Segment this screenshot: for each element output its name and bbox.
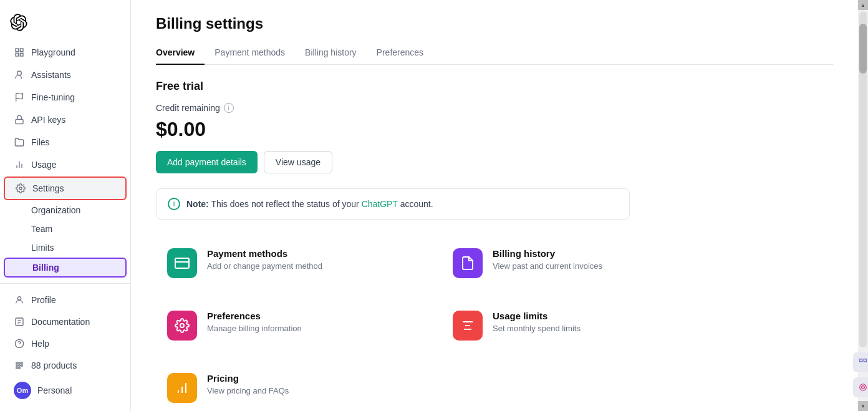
- tab-overview[interactable]: Overview: [156, 42, 205, 65]
- card-pricing-title: Pricing: [207, 373, 289, 384]
- usage-icon: [14, 159, 25, 170]
- card-payment-content: Payment methods Add or change payment me…: [207, 248, 322, 271]
- card-usage-limits[interactable]: Usage limits Set monthly spend limits: [441, 299, 717, 352]
- card-pricing-content: Pricing View pricing and FAQs: [207, 373, 289, 395]
- note-box: i Note: This does not reflect the status…: [156, 188, 630, 220]
- note-bold: Note:: [186, 199, 209, 209]
- svg-rect-0: [16, 49, 19, 52]
- svg-point-22: [19, 365, 21, 367]
- sidebar-nav-item-files[interactable]: Files: [4, 132, 127, 153]
- card-pricing[interactable]: Pricing View pricing and FAQs: [156, 362, 432, 411]
- add-payment-button[interactable]: Add payment details: [156, 151, 258, 173]
- action-buttons: Add payment details View usage: [156, 151, 833, 173]
- help-label: Help: [31, 339, 49, 349]
- svg-point-25: [19, 367, 21, 369]
- logo[interactable]: [0, 6, 130, 41]
- sidebar-sub-item-billing[interactable]: Billing: [4, 258, 127, 278]
- settings-label: Settings: [32, 183, 64, 193]
- organization-sub-label: Organization: [31, 205, 80, 215]
- api-keys-label: API keys: [31, 115, 65, 125]
- svg-point-10: [19, 187, 22, 190]
- card-billing-title: Billing history: [493, 248, 602, 259]
- svg-point-20: [21, 362, 23, 364]
- team-sub-label: Team: [31, 224, 52, 234]
- sidebar-nav-item-personal[interactable]: Om Personal: [4, 377, 127, 404]
- sidebar-sub-item-team[interactable]: Team: [4, 220, 127, 238]
- card-preferences-title: Preferences: [207, 311, 302, 321]
- scroll-track[interactable]: [859, 11, 867, 347]
- sidebar-nav-item-playground[interactable]: Playground: [4, 42, 127, 63]
- card-billing-history[interactable]: Billing history View past and current in…: [441, 237, 717, 289]
- tab-payment-methods[interactable]: Payment methods: [215, 42, 295, 65]
- svg-rect-26: [175, 258, 189, 268]
- playground-icon: [14, 47, 25, 58]
- svg-point-38: [862, 386, 865, 389]
- card-billing-desc: View past and current invoices: [493, 261, 602, 271]
- files-label: Files: [31, 137, 50, 147]
- tab-billing-history[interactable]: Billing history: [305, 42, 366, 65]
- svg-rect-35: [860, 359, 862, 362]
- svg-rect-2: [20, 53, 23, 56]
- page-title: Billing settings: [156, 15, 833, 32]
- credit-info-icon[interactable]: i: [224, 103, 234, 113]
- sidebar-nav-item-fine-tuning[interactable]: Fine-tuning: [4, 87, 127, 108]
- scroll-thumb[interactable]: [859, 24, 867, 74]
- assistants-label: Assistants: [31, 70, 71, 80]
- usage-label: Usage: [31, 160, 56, 170]
- card-usage-desc: Set monthly spend limits: [493, 324, 581, 333]
- tab-preferences[interactable]: Preferences: [377, 42, 433, 65]
- scrollbar-bottom-icons: [852, 349, 868, 401]
- svg-point-11: [17, 297, 21, 300]
- chatgpt-link[interactable]: ChatGPT: [362, 199, 398, 209]
- svg-point-21: [16, 365, 18, 367]
- scroll-down-button[interactable]: ▼: [858, 401, 868, 411]
- sidebar-nav-item-profile[interactable]: Profile: [4, 289, 127, 311]
- svg-rect-6: [16, 119, 23, 123]
- sidebar-nav-item-usage[interactable]: Usage: [4, 154, 127, 175]
- note-suffix: account.: [398, 199, 433, 209]
- sidebar-nav-item-all-products[interactable]: 88 products: [4, 355, 127, 376]
- card-preferences-icon: [167, 311, 197, 341]
- card-usage-content: Usage limits Set monthly spend limits: [493, 311, 581, 333]
- sidebar-sub-item-organization[interactable]: Organization: [4, 201, 127, 219]
- assistants-icon: [14, 69, 25, 80]
- billing-sub-label: Billing: [32, 263, 59, 273]
- svg-point-18: [16, 362, 18, 364]
- note-icon: i: [168, 198, 180, 210]
- section-title: Free trial: [156, 80, 833, 93]
- quick-icon-1[interactable]: [853, 352, 868, 372]
- svg-point-4: [17, 71, 22, 75]
- card-billing-icon: [453, 248, 483, 278]
- profile-label: Profile: [31, 295, 56, 305]
- svg-point-23: [21, 365, 23, 367]
- documentation-label: Documentation: [31, 317, 90, 327]
- card-usage-title: Usage limits: [493, 311, 581, 321]
- files-icon: [14, 137, 25, 148]
- sidebar-nav-item-api-keys[interactable]: API keys: [4, 109, 127, 130]
- credit-label: Credit remaining i: [156, 103, 833, 113]
- limits-sub-label: Limits: [31, 243, 54, 253]
- sidebar-nav-item-help[interactable]: Help: [4, 333, 127, 354]
- scroll-up-button[interactable]: ▲: [858, 0, 868, 10]
- openai-logo-icon: [10, 14, 27, 31]
- help-icon: [14, 338, 25, 349]
- sidebar-nav-item-assistants[interactable]: Assistants: [4, 64, 127, 85]
- quick-icon-2[interactable]: [853, 377, 868, 397]
- tabs-bar: Overview Payment methods Billing history…: [156, 42, 833, 65]
- card-preferences[interactable]: Preferences Manage billing information: [156, 299, 432, 352]
- settings-icon: [15, 183, 26, 194]
- note-text: This does not reflect the status of your: [209, 199, 362, 209]
- sidebar-nav-item-documentation[interactable]: Documentation: [4, 311, 127, 332]
- scrollbar[interactable]: ▲ ▼: [858, 0, 868, 411]
- avatar: Om: [14, 382, 31, 399]
- card-payment-desc: Add or change payment method: [207, 261, 322, 271]
- sidebar-sub-item-limits[interactable]: Limits: [4, 239, 127, 256]
- view-usage-button[interactable]: View usage: [264, 151, 332, 173]
- documentation-icon: [14, 316, 25, 327]
- sidebar-nav-item-settings[interactable]: Settings: [4, 176, 127, 200]
- card-payment-methods[interactable]: Payment methods Add or change payment me…: [156, 237, 432, 289]
- svg-point-37: [860, 384, 867, 391]
- api-keys-icon: [14, 114, 25, 125]
- sidebar: Playground Assistants Fine-tuning API ke…: [0, 0, 131, 411]
- fine-tuning-label: Fine-tuning: [31, 92, 75, 102]
